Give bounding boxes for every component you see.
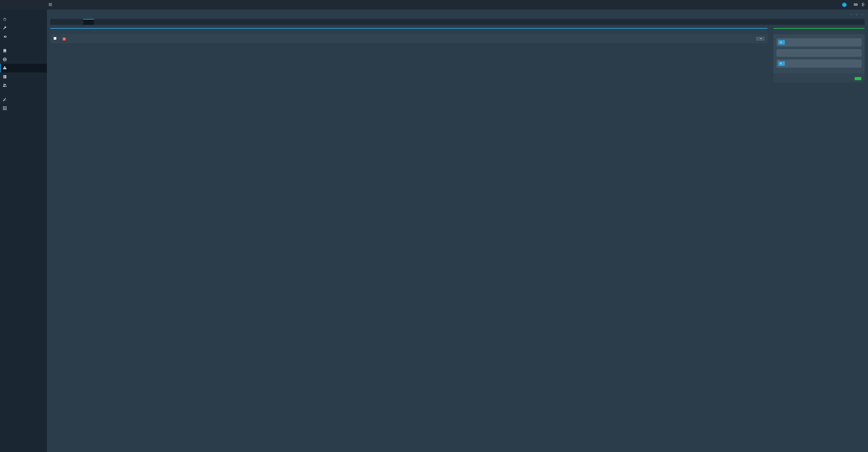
tab-about[interactable] <box>50 19 61 25</box>
sidebar-item-nodes[interactable] <box>0 64 47 72</box>
ports-input[interactable]: × <box>777 60 861 67</box>
sidebar-item-locations[interactable] <box>0 55 47 64</box>
top-bar <box>0 0 868 9</box>
ip-address-input[interactable]: × <box>777 38 861 46</box>
box-title <box>50 29 768 34</box>
tabs <box>50 19 865 25</box>
sitemap-icon <box>3 66 7 70</box>
sidebar-item-mounts[interactable] <box>0 95 47 104</box>
box-title <box>773 29 865 34</box>
minus-icon[interactable] <box>63 37 66 40</box>
col-port <box>339 34 435 43</box>
globe-icon <box>3 58 7 61</box>
sidebar-item-databases[interactable] <box>0 47 47 55</box>
sidebar-header-mgmt <box>0 41 47 47</box>
mass-actions-dropdown[interactable] <box>756 37 764 40</box>
sidebar-item-api[interactable] <box>0 32 47 41</box>
caret-down-icon <box>760 38 762 39</box>
home-icon <box>3 18 7 21</box>
ip-tag: × <box>778 40 785 44</box>
power-icon[interactable] <box>842 2 846 7</box>
sidebar-item-settings[interactable] <box>0 24 47 32</box>
sidebar-toggle-button[interactable] <box>47 3 54 7</box>
database-icon <box>3 49 7 53</box>
tab-settings[interactable] <box>61 19 72 25</box>
remove-tag-icon[interactable]: × <box>780 62 782 65</box>
server-icon <box>3 75 7 79</box>
sidebar-item-overview[interactable] <box>0 15 47 24</box>
ports-tag: × <box>778 61 785 66</box>
existing-allocations-box <box>50 28 768 43</box>
alias-input[interactable] <box>777 50 861 57</box>
barcode-icon[interactable] <box>854 3 858 7</box>
submit-button[interactable] <box>855 77 861 80</box>
sidebar-header-basic <box>0 9 47 15</box>
link-icon <box>3 35 7 38</box>
sidebar-item-nests[interactable] <box>0 104 47 113</box>
allocations-table <box>50 34 768 43</box>
breadcrumb: > > > <box>848 13 865 16</box>
users-icon <box>3 84 7 87</box>
magic-icon <box>3 98 7 101</box>
sidebar <box>0 9 47 452</box>
sidebar-item-servers[interactable] <box>0 72 47 81</box>
sidebar-item-users[interactable] <box>0 81 47 90</box>
content-area: > > > <box>47 9 868 452</box>
select-all-checkbox[interactable] <box>54 37 57 40</box>
tab-servers[interactable] <box>94 19 105 25</box>
logout-icon[interactable] <box>861 3 865 7</box>
sidebar-header-svc <box>0 90 47 95</box>
assign-allocations-box: × × <box>773 28 865 83</box>
grid-icon <box>3 107 7 110</box>
remove-tag-icon[interactable]: × <box>780 41 782 44</box>
wrench-icon <box>3 26 7 30</box>
col-alias <box>243 34 339 43</box>
col-assigned <box>435 34 478 43</box>
tab-allocation[interactable] <box>83 19 94 25</box>
tab-configuration[interactable] <box>72 19 83 25</box>
